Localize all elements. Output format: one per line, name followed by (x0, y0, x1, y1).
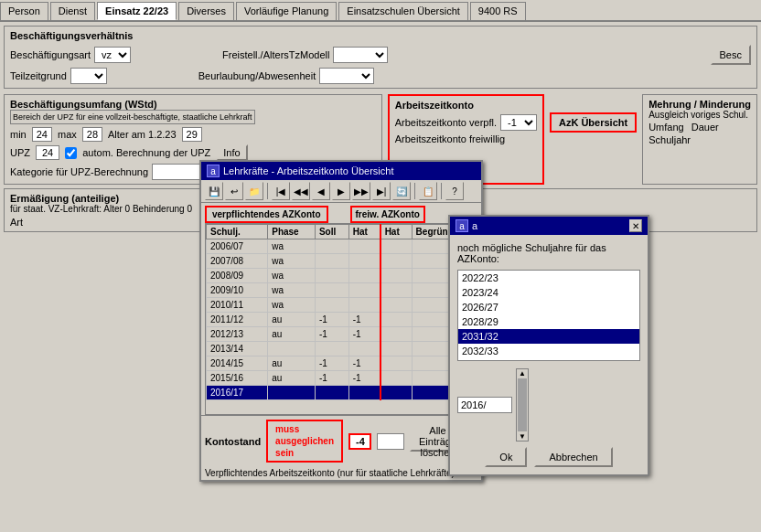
tab-vorlaeufigeplanung[interactable]: Vorläufige Planung (236, 2, 337, 20)
tab-diverses[interactable]: Diverses (178, 2, 234, 20)
bottom-row: Kontostand muss ausgeglichen sein -4 All… (201, 415, 481, 466)
popup-list-item[interactable]: 2032/33 (458, 344, 639, 358)
max-value: 28 (82, 127, 102, 142)
cell-phase: wa (268, 239, 316, 254)
popup-icon: a (456, 219, 468, 232)
tab-person[interactable]: Person (0, 2, 48, 20)
mehrung-title: Mehrung / Minderung (648, 99, 751, 110)
azk-window-title: Lehrkräfte - Arbeitszeitkonto Übersicht (223, 165, 393, 176)
cell-phase (268, 342, 316, 356)
cell-phase: au (268, 356, 316, 371)
cell-phase: au (268, 371, 316, 386)
table-row[interactable]: 2014/15 au -1 -1 (207, 356, 477, 371)
cell-soll: -1 (315, 313, 348, 327)
cell-hat2 (380, 342, 412, 356)
toolbar-refresh[interactable]: 🔄 (392, 182, 411, 200)
teilzeit-select[interactable] (70, 68, 107, 84)
popup-close-button[interactable]: ✕ (629, 219, 642, 232)
schuljahr-text-input[interactable] (457, 397, 512, 413)
popup-list[interactable]: 2022/232023/242026/272028/292031/322032/… (457, 270, 640, 361)
umfang-desc: Bereich der UPZ für eine vollzeit-beschä… (10, 110, 255, 124)
cell-hat2 (380, 371, 412, 386)
table-row[interactable]: 2016/17 (207, 386, 477, 400)
toolbar-first[interactable]: |◀ (272, 182, 290, 200)
tab-bar: Person Dienst Einsatz 22/23 Diverses Vor… (0, 0, 761, 22)
popup-titlebar: a a ✕ (450, 217, 648, 235)
freistell-select[interactable] (333, 47, 388, 63)
cell-hat (348, 283, 380, 298)
tab-dienst[interactable]: Dienst (50, 2, 95, 20)
popup-ok-button[interactable]: Ok (485, 447, 527, 467)
azk-verpfl-select[interactable]: -1 (500, 114, 537, 131)
cell-hat2 (380, 269, 412, 283)
cell-schuljahr: 2015/16 (207, 371, 268, 386)
toolbar-save[interactable]: 💾 (205, 182, 223, 200)
alter-label: Alter am 1.2.23 (108, 129, 177, 140)
toolbar-sep3 (441, 183, 442, 199)
table-row[interactable]: 2006/07 wa (207, 239, 477, 254)
cell-schuljahr: 2011/12 (207, 313, 268, 327)
azk-verpfl-label: Arbeitszeitkonto verpfl. (395, 117, 497, 128)
cell-schuljahr: 2007/08 (207, 254, 268, 269)
art-select[interactable]: vz (94, 47, 131, 63)
cell-schuljahr: 2006/07 (207, 239, 268, 254)
cell-hat2 (380, 356, 412, 371)
teilzeit-label: Teilzeitgrund (10, 70, 67, 81)
tab-einsatz[interactable]: Einsatz 22/23 (97, 2, 177, 20)
popup-list-item[interactable]: 2023/24 (458, 285, 639, 300)
kategorie-label: Kategorie für UPZ-Berechnung (10, 166, 148, 177)
toolbar-help[interactable]: ? (445, 182, 464, 200)
popup-buttons: Ok Abbrechen (457, 447, 640, 467)
cell-soll (315, 386, 348, 400)
info-button[interactable]: Info (216, 144, 247, 161)
toolbar-prev[interactable]: ◀ (312, 182, 330, 200)
kontostand-input2[interactable] (377, 433, 404, 450)
azk-uebersicht-button[interactable]: AzK Übersicht (550, 112, 637, 133)
cell-soll (315, 254, 348, 269)
cell-hat2 (380, 327, 412, 342)
azk-table[interactable]: Schulj. Phase Soll Hat Hat Begrün... 200… (205, 223, 477, 415)
toolbar-back[interactable]: ↩ (225, 182, 243, 200)
autom-checkbox[interactable] (65, 147, 77, 159)
popup-list-item[interactable]: 2022/23 (458, 271, 639, 285)
toolbar-next[interactable]: ▶ (332, 182, 350, 200)
cell-soll: -1 (315, 371, 348, 386)
popup-list-item[interactable]: 2026/27 (458, 300, 639, 314)
table-row[interactable]: 2007/08 wa (207, 254, 477, 269)
popup-list-item[interactable]: 2031/32 (458, 329, 639, 344)
cell-schuljahr: 2009/10 (207, 283, 268, 298)
table-row[interactable]: 2011/12 au -1 -1 (207, 313, 477, 327)
toolbar-copy[interactable]: 📋 (419, 182, 437, 200)
besc-button[interactable]: Besc (711, 45, 751, 65)
table-row[interactable]: 2008/09 wa (207, 269, 477, 283)
tab-einsatzschulen[interactable]: Einsatzschulen Übersicht (338, 2, 468, 20)
table-row[interactable]: 2015/16 au -1 -1 (207, 371, 477, 386)
cell-hat (348, 269, 380, 283)
cell-hat2 (380, 283, 412, 298)
cell-hat (348, 342, 380, 356)
upz-label: UPZ (10, 147, 30, 158)
toolbar-next2[interactable]: ▶▶ (352, 182, 370, 200)
table-row[interactable]: 2010/11 wa (207, 298, 477, 313)
toolbar-folder[interactable]: 📁 (245, 182, 263, 200)
ausgleich-label: Ausgleich voriges Schul. (648, 110, 751, 120)
beschaeftigung-title: Beschäftigungsverhältnis (10, 30, 751, 41)
freistell-label: Freistell./AltersTzModell (222, 49, 329, 60)
beurlaubung-select[interactable] (319, 68, 374, 84)
table-row[interactable]: 2012/13 au -1 -1 (207, 327, 477, 342)
cell-schuljahr: 2008/09 (207, 269, 268, 283)
tab-9400rs[interactable]: 9400 RS (470, 2, 526, 20)
mehrung-section: Mehrung / Minderung Ausgleich voriges Sc… (642, 94, 757, 185)
cell-soll (315, 269, 348, 283)
toolbar-prev2[interactable]: ◀◀ (292, 182, 310, 200)
cell-hat2 (380, 254, 412, 269)
cell-phase: wa (268, 254, 316, 269)
col-soll: Soll (315, 225, 348, 239)
schuljahr-col-label: Schuljahr (648, 134, 691, 145)
table-row[interactable]: 2009/10 wa (207, 283, 477, 298)
max-label: max (58, 129, 77, 140)
toolbar-last[interactable]: ▶| (372, 182, 391, 200)
table-row[interactable]: 2013/14 (207, 342, 477, 356)
popup-abbrechen-button[interactable]: Abbrechen (534, 447, 612, 467)
popup-list-item[interactable]: 2028/29 (458, 314, 639, 329)
